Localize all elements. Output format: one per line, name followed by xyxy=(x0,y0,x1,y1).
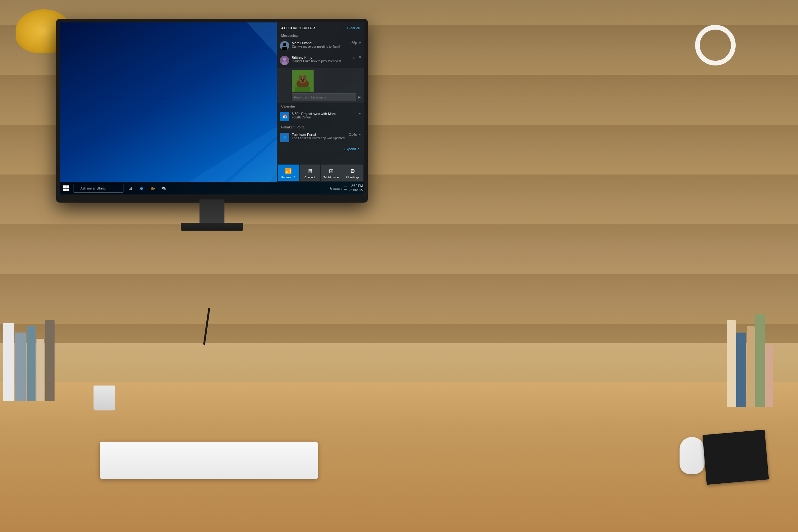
brittany-reply-area: ➤ xyxy=(292,94,361,101)
brittany-expanded-content: ➤ xyxy=(277,68,364,103)
file-explorer-icon[interactable]: 🗁 xyxy=(148,184,157,193)
brittany-collapse-icon[interactable]: ∧ xyxy=(353,56,355,59)
cortana-search[interactable]: ○ Ask me anything xyxy=(74,184,124,193)
search-label: Ask me anything xyxy=(80,186,106,190)
cup-right xyxy=(695,25,736,65)
expand-label: Expand xyxy=(344,147,356,151)
calendar-section-label: Calendar xyxy=(277,103,364,109)
send-button[interactable]: ➤ xyxy=(357,95,361,100)
store-icon[interactable]: 🛍 xyxy=(159,184,168,193)
quick-actions: 📶 Fabrikam 1 🖥 Connect ⊞ Tablet mode xyxy=(277,163,364,182)
tablet-qa-label: Tablet mode xyxy=(324,176,339,179)
books-left xyxy=(3,308,55,401)
books-right xyxy=(727,298,773,407)
expand-row: Expand ∧ xyxy=(277,145,364,153)
taskbar: ○ Ask me anything ⊡ e 🗁 🛍 xyxy=(60,182,364,194)
marc-notification-content: Marc Durand Can we move our meeting to 4… xyxy=(292,41,361,48)
taskbar-pinned-apps: ⊡ e 🗁 🛍 xyxy=(126,184,168,193)
tablet-icon: ⊞ xyxy=(329,168,334,174)
brittany-close-button[interactable]: ✕ xyxy=(359,55,362,59)
windows-logo-icon xyxy=(63,186,69,191)
calendar-expand-icon[interactable]: ∨ xyxy=(359,112,361,115)
monitor-screen: ○ Ask me anything ⊡ e 🗁 🛍 xyxy=(60,22,364,194)
brittany-avatar xyxy=(280,56,289,65)
brittany-dog-image xyxy=(292,70,314,92)
calendar-icon: 📅 xyxy=(280,112,289,121)
wifi-icon: 📶 xyxy=(285,168,292,174)
marc-sender-name: Marc Durand xyxy=(292,41,348,45)
brittany-sender-name: Brittany Kirby xyxy=(292,56,351,59)
marc-avatar xyxy=(280,41,289,51)
marc-expand-icon[interactable]: ∨ xyxy=(359,41,361,44)
expand-button[interactable]: Expand ∧ xyxy=(344,147,360,151)
fabrikam-icon: 🌐 xyxy=(280,133,289,142)
monitor-stand-base xyxy=(181,223,243,231)
calendar-event-sub: Fourth Coffee xyxy=(292,116,358,119)
edge-icon[interactable]: e xyxy=(137,184,146,193)
system-tray: ∧ ▬▬ ♪ ☰ 2:30 PM 7/30/2015 xyxy=(329,184,364,193)
network-icon[interactable]: ▬▬ xyxy=(334,187,340,190)
system-tray-icons: ∧ ▬▬ ♪ ☰ xyxy=(329,186,347,190)
calendar-event-title: 3:30p Project sync with Marc xyxy=(292,112,358,116)
chevron-up-icon[interactable]: ∧ xyxy=(329,186,332,190)
monitor-stand-neck xyxy=(200,200,225,224)
fabrikam-section-label: Fabrikam Portal xyxy=(277,124,364,130)
svg-point-22 xyxy=(303,79,304,80)
quick-action-connect[interactable]: 🖥 Connect xyxy=(300,165,320,181)
reply-input[interactable] xyxy=(292,94,356,101)
clear-all-button[interactable]: Clear all xyxy=(347,26,360,30)
quick-action-fabrikam[interactable]: 📶 Fabrikam 1 xyxy=(278,165,299,181)
svg-point-21 xyxy=(301,79,302,80)
svg-point-14 xyxy=(283,58,286,61)
quick-action-all-settings[interactable]: ⚙ All settings xyxy=(342,165,363,181)
marc-time: 1:55p xyxy=(349,41,357,44)
monitor-frame: ○ Ask me anything ⊡ e 🗁 🛍 xyxy=(56,19,368,203)
quick-action-tablet-mode[interactable]: ⊞ Tablet mode xyxy=(321,165,342,181)
marc-message: Can we move our meeting to 4pm? xyxy=(292,45,345,48)
svg-point-15 xyxy=(282,61,287,65)
svg-rect-24 xyxy=(295,87,310,92)
svg-point-11 xyxy=(283,43,286,46)
action-center-header: ACTION CENTER Clear all xyxy=(277,22,364,33)
fabrikam-sender-name: Fabrikam Portal xyxy=(292,133,348,136)
svg-point-12 xyxy=(282,47,287,51)
clock-date: 7/30/2015 xyxy=(349,188,363,193)
fabrikam-time: 2:04p xyxy=(349,133,357,136)
fabrikam-expand-icon[interactable]: ∨ xyxy=(359,133,361,136)
notification-marc-durand[interactable]: Marc Durand Can we move our meeting to 4… xyxy=(277,39,364,53)
brittany-notification-content: Brittany Kirby I taught Duke how to play… xyxy=(292,56,355,63)
mouse xyxy=(680,437,704,474)
brittany-message: I taught Duke how to play fetch yesterda… xyxy=(292,59,345,63)
connect-icon: 🖥 xyxy=(307,168,313,174)
mug xyxy=(94,385,115,411)
fabrikam-message: The Fabrikam Portal app was updated xyxy=(292,136,345,140)
action-center-panel: ACTION CENTER Clear all Messaging xyxy=(277,22,364,182)
fabrikam-notification-content: Fabrikam Portal The Fabrikam Portal app … xyxy=(292,133,361,140)
clock: 2:30 PM 7/30/2015 xyxy=(349,184,363,193)
expand-chevron-icon: ∧ xyxy=(357,147,360,151)
start-button[interactable] xyxy=(60,182,72,194)
settings-qa-label: All settings xyxy=(346,176,359,179)
task-view-button[interactable]: ⊡ xyxy=(126,184,135,193)
monitor: ○ Ask me anything ⊡ e 🗁 🛍 xyxy=(56,19,368,212)
clock-time: 2:30 PM xyxy=(349,184,363,188)
calendar-notification-content: 3:30p Project sync with Marc Fourth Coff… xyxy=(292,112,358,119)
fabrikam-qa-label: Fabrikam 1 xyxy=(282,176,296,179)
svg-point-23 xyxy=(301,80,304,82)
settings-icon: ⚙ xyxy=(350,168,355,174)
action-center-icon[interactable]: ☰ xyxy=(344,186,347,190)
notification-calendar[interactable]: 📅 3:30p Project sync with Marc Fourth Co… xyxy=(277,109,364,124)
notification-brittany-kirby[interactable]: Brittany Kirby I taught Duke how to play… xyxy=(277,53,364,68)
sound-icon[interactable]: ♪ xyxy=(341,187,343,190)
keyboard xyxy=(100,442,318,479)
notification-fabrikam[interactable]: 🌐 Fabrikam Portal The Fabrikam Portal ap… xyxy=(277,130,364,145)
connect-qa-label: Connect xyxy=(305,176,315,179)
notebook xyxy=(702,430,769,485)
messaging-section-label: Messaging xyxy=(277,33,364,39)
search-icon: ○ xyxy=(76,186,79,190)
action-center-title: ACTION CENTER xyxy=(281,26,316,30)
